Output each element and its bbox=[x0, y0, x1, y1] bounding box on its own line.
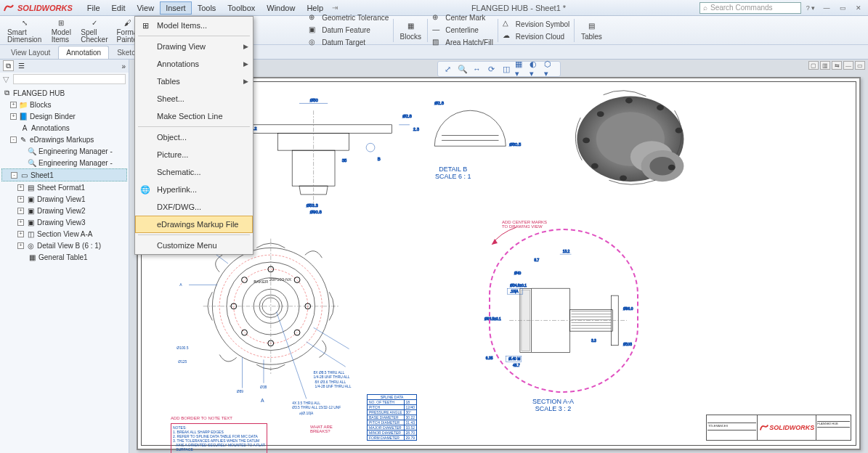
section-icon[interactable]: ◫ bbox=[500, 63, 512, 75]
tree-expand-icon[interactable]: + bbox=[17, 242, 24, 249]
tree-node[interactable]: 🔍Engineering Manager - bbox=[1, 145, 127, 157]
datum-button[interactable]: ▣Datum Feature bbox=[306, 25, 392, 36]
restore-button[interactable]: ▭ bbox=[836, 3, 849, 13]
tree-expand-icon[interactable]: + bbox=[17, 208, 24, 214]
tree-filter-input[interactable] bbox=[13, 74, 126, 84]
spell-button[interactable]: ✓Spell Checker bbox=[76, 15, 112, 45]
tree-root-label[interactable]: FLANGED HUB bbox=[13, 89, 65, 97]
tree-node[interactable]: +▣Drawing View3 bbox=[1, 216, 127, 228]
single-view-icon[interactable]: ▢ bbox=[808, 61, 819, 70]
tree-tab-icon[interactable]: ⧉ bbox=[3, 60, 14, 71]
blocks-button[interactable]: ▦Blocks bbox=[395, 19, 426, 42]
menu-insert[interactable]: Insert bbox=[160, 1, 192, 15]
tree-panel-tabs[interactable]: ⧉ ☰ » bbox=[0, 60, 129, 73]
tree-node[interactable]: +📁Blocks bbox=[1, 99, 127, 110]
tree-expand-icon[interactable]: - bbox=[10, 136, 17, 143]
target-button[interactable]: ◎Datum Target bbox=[306, 37, 392, 49]
tab-annotation[interactable]: Annotation bbox=[58, 46, 109, 59]
tree-node[interactable]: +📘Design Binder bbox=[1, 110, 127, 122]
menu-window[interactable]: Window bbox=[261, 1, 301, 15]
revcloud-button[interactable]: ☁Revision Cloud bbox=[500, 30, 572, 42]
tree-expand-icon[interactable]: + bbox=[17, 196, 24, 203]
close-button[interactable]: ✕ bbox=[852, 3, 865, 13]
menu-item-dxf-dwg[interactable]: DXF/DWG... bbox=[135, 198, 253, 216]
tree-node-label: Sheet1 bbox=[31, 171, 54, 179]
tree-collapse-icon[interactable]: » bbox=[121, 62, 126, 70]
cmark-button[interactable]: ⊕Center Mark bbox=[429, 12, 496, 24]
menu-item-tables[interactable]: Tables▶ bbox=[135, 73, 253, 90]
tree-node[interactable]: ▦General Table1 bbox=[1, 251, 127, 263]
tree-node[interactable]: +◫Section View A-A bbox=[1, 228, 127, 240]
svg-text:4X 3.5 THRU ALL: 4X 3.5 THRU ALL bbox=[292, 401, 320, 405]
menu-item-icon bbox=[139, 201, 151, 213]
menu-overflow-icon[interactable]: ⇥ bbox=[332, 4, 338, 12]
menu-item-customize-menu[interactable]: Customize Menu bbox=[135, 237, 253, 254]
tree-node[interactable]: -▭Sheet1 bbox=[1, 168, 127, 181]
scene-icon[interactable]: ⬡ ▾ bbox=[544, 63, 556, 75]
cmark-icon: ⊕ bbox=[432, 13, 442, 23]
tree-node[interactable]: +▤Sheet Format1 bbox=[1, 181, 127, 193]
svg-line-64 bbox=[277, 312, 307, 399]
tables-button[interactable]: ▤Tables bbox=[576, 19, 607, 42]
minimize-button[interactable]: — bbox=[820, 3, 833, 13]
smart-dim-button[interactable]: ⤡Smart Dimension bbox=[3, 15, 46, 45]
model-items-icon: ⊞ bbox=[55, 17, 67, 28]
menu-toolbox[interactable]: Toolbox bbox=[222, 1, 261, 15]
tree-expand-icon[interactable]: + bbox=[17, 231, 24, 237]
cline-button[interactable]: —Centerline bbox=[429, 25, 496, 36]
menu-item-schematic[interactable]: Schematic... bbox=[135, 163, 253, 181]
tree-node[interactable]: +▣Drawing View2 bbox=[1, 205, 127, 216]
menu-item-drawing-view[interactable]: Drawing View▶ bbox=[135, 38, 253, 55]
rotate-icon[interactable]: ⟳ bbox=[486, 63, 498, 75]
menu-item-make-section-line[interactable]: Make Section Line bbox=[135, 107, 253, 125]
smart-dim-icon: ⤡ bbox=[19, 17, 31, 28]
zoom-area-icon[interactable]: 🔍 bbox=[457, 63, 469, 75]
tree-expand-icon[interactable]: + bbox=[10, 113, 17, 120]
minimize-viewport-icon[interactable]: — bbox=[843, 61, 853, 70]
two-view-icon[interactable]: ▥ bbox=[820, 61, 830, 70]
insert-menu-dropdown: ⊞Model Items...Drawing View▶Annotations▶… bbox=[134, 16, 253, 255]
link-views-icon[interactable]: ⇆ bbox=[832, 61, 842, 70]
tree-node[interactable]: -✎eDrawings Markups bbox=[1, 134, 127, 145]
maximize-viewport-icon[interactable]: ▭ bbox=[855, 61, 865, 70]
menu-item-object[interactable]: Object... bbox=[135, 128, 253, 146]
menu-edit[interactable]: Edit bbox=[106, 1, 131, 15]
feature-tree[interactable]: ⧉FLANGED HUB+📁Blocks+📘Design BinderAAnno… bbox=[0, 86, 129, 264]
svg-text:A: A bbox=[261, 398, 264, 403]
zoom-fit-icon[interactable]: ⤢ bbox=[442, 63, 454, 75]
pan-icon[interactable]: ↔ bbox=[471, 63, 483, 75]
menu-item-edrawings-markup-file[interactable]: eDrawings Markup File bbox=[135, 216, 253, 233]
tree-node[interactable]: AAnnotations bbox=[1, 122, 127, 134]
tree-tab-icon[interactable]: ☰ bbox=[16, 61, 27, 70]
tree-node[interactable]: +◎Detail View B (6 : 1) bbox=[1, 240, 127, 251]
svg-text:35: 35 bbox=[342, 158, 347, 163]
tree-node[interactable]: +▣Drawing View1 bbox=[1, 193, 127, 205]
search-commands-input[interactable]: ⌕ Search Commands bbox=[699, 2, 801, 14]
menu-file[interactable]: File bbox=[81, 1, 106, 15]
help-dropdown-icon[interactable]: ? ▾ bbox=[804, 3, 817, 13]
tree-node[interactable]: 🔍Engineering Manager - bbox=[1, 157, 127, 168]
menu-view[interactable]: View bbox=[131, 1, 160, 15]
svg-text:2.3: 2.3 bbox=[413, 127, 420, 131]
filter-icon[interactable]: ▽ bbox=[3, 75, 13, 84]
menu-item-annotations[interactable]: Annotations▶ bbox=[135, 55, 253, 73]
menu-item-model-items[interactable]: ⊞Model Items... bbox=[135, 17, 253, 34]
hide-show-icon[interactable]: ◐ ▾ bbox=[530, 63, 541, 75]
svg-point-30 bbox=[657, 105, 664, 110]
tree-node-label: Drawing View3 bbox=[37, 219, 86, 226]
tree-expand-icon[interactable]: - bbox=[11, 172, 17, 179]
tree-expand-icon[interactable]: + bbox=[17, 219, 24, 226]
view-toolbar: ⤢ 🔍 ↔ ⟳ ◫ ▦ ▾ ◐ ▾ ⬡ ▾ bbox=[437, 61, 561, 77]
menu-item-sheet[interactable]: Sheet... bbox=[135, 90, 253, 107]
menu-item-hyperlink[interactable]: 🌐Hyperlink... bbox=[135, 181, 253, 198]
revsym-button[interactable]: △Revision Symbol bbox=[500, 18, 572, 30]
model-items-button[interactable]: ⊞Model Items bbox=[46, 15, 76, 45]
menu-item-picture[interactable]: Picture... bbox=[135, 146, 253, 163]
display-style-icon[interactable]: ▦ ▾ bbox=[515, 63, 527, 75]
tab-view-layout[interactable]: View Layout bbox=[3, 46, 58, 59]
menu-tools[interactable]: Tools bbox=[192, 1, 222, 15]
geotol-button[interactable]: ⊕Geometric Tolerance bbox=[306, 12, 392, 24]
hatch-button[interactable]: ▨Area Hatch/Fill bbox=[429, 37, 496, 49]
tree-expand-icon[interactable]: + bbox=[10, 102, 17, 108]
tree-expand-icon[interactable]: + bbox=[17, 184, 24, 191]
